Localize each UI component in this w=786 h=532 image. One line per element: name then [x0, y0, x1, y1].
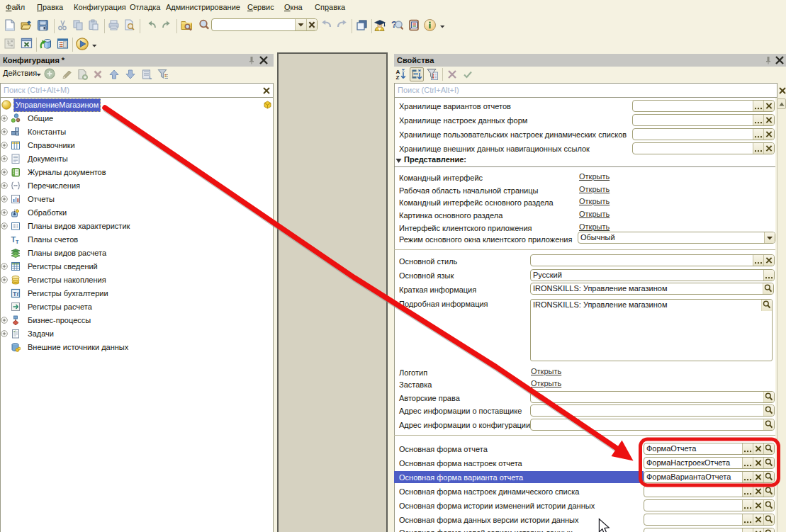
svg-text:Z: Z: [396, 74, 400, 80]
svg-text:Тг: Тг: [13, 290, 19, 298]
svg-text:т: т: [16, 238, 19, 244]
